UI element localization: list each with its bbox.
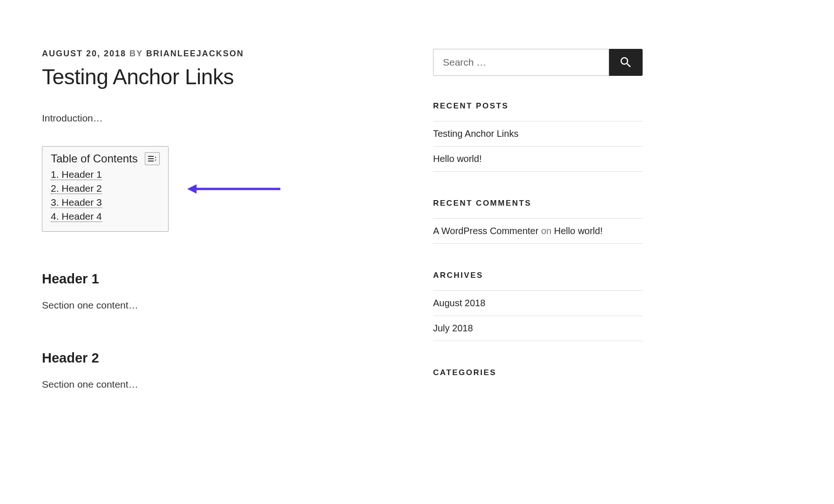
- post-meta: AUGUST 20, 2018 BY BRIANLEEJACKSON: [42, 49, 391, 59]
- post-author[interactable]: BRIANLEEJACKSON: [146, 49, 244, 58]
- list-item: August 2018: [433, 290, 643, 316]
- categories-title: CATEGORIES: [433, 368, 643, 377]
- section-content-1: Section one content…: [42, 300, 391, 311]
- comment-author-link[interactable]: A WordPress Commenter: [433, 226, 538, 236]
- svg-rect-2: [148, 161, 154, 161]
- comment-post-link[interactable]: Hello world!: [554, 226, 603, 236]
- search-icon: [619, 55, 633, 69]
- page-title: Testing Anchor Links: [42, 64, 391, 89]
- recent-post-link[interactable]: Testing Anchor Links: [433, 128, 518, 139]
- toc-item: 4. Header 4: [51, 211, 160, 222]
- intro-text: Introduction…: [42, 113, 391, 124]
- svg-marker-4: [155, 160, 156, 161]
- search-form: [433, 49, 643, 76]
- search-button[interactable]: [609, 49, 643, 76]
- archives-widget: ARCHIVES August 2018 July 2018: [433, 271, 643, 341]
- recent-posts-title: RECENT POSTS: [433, 101, 643, 111]
- by-label: BY: [129, 49, 143, 58]
- svg-rect-0: [148, 156, 154, 157]
- toc-wrapper: Table of Contents 1. Header 1: [42, 146, 391, 232]
- list-item: July 2018: [433, 316, 643, 341]
- arrow-left-icon: [187, 182, 280, 196]
- section-content-2: Section one content…: [42, 379, 391, 390]
- svg-marker-6: [187, 184, 197, 194]
- recent-comments-list: A WordPress Commenter on Hello world!: [433, 218, 643, 244]
- comment-on-label: on: [541, 226, 554, 236]
- svg-rect-1: [148, 158, 154, 159]
- list-item: Hello world!: [433, 146, 643, 172]
- recent-comments-widget: RECENT COMMENTS A WordPress Commenter on…: [433, 199, 643, 244]
- toc-link-3[interactable]: 3. Header 3: [51, 197, 102, 208]
- table-of-contents: Table of Contents 1. Header 1: [42, 146, 169, 232]
- recent-post-link[interactable]: Hello world!: [433, 154, 481, 164]
- toc-title: Table of Contents: [51, 152, 138, 165]
- toc-header: Table of Contents: [51, 152, 160, 165]
- archive-link[interactable]: July 2018: [433, 323, 473, 333]
- recent-posts-list: Testing Anchor Links Hello world!: [433, 121, 643, 172]
- categories-widget: CATEGORIES: [433, 368, 643, 377]
- toc-link-1[interactable]: 1. Header 1: [51, 169, 102, 180]
- list-toggle-icon: [148, 155, 156, 162]
- toc-item: 3. Header 3: [51, 197, 160, 208]
- search-input[interactable]: [433, 49, 609, 76]
- recent-comments-title: RECENT COMMENTS: [433, 199, 643, 208]
- main-content: AUGUST 20, 2018 BY BRIANLEEJACKSON Testi…: [42, 49, 391, 430]
- post-date: AUGUST 20, 2018: [42, 49, 126, 58]
- toc-link-2[interactable]: 2. Header 2: [51, 183, 102, 194]
- list-item: A WordPress Commenter on Hello world!: [433, 218, 643, 244]
- toc-item: 2. Header 2: [51, 183, 160, 194]
- toc-list: 1. Header 1 2. Header 2 3. Header 3 4. H…: [51, 169, 160, 222]
- list-item: Testing Anchor Links: [433, 121, 643, 146]
- toc-toggle-button[interactable]: [145, 152, 160, 165]
- section-heading-1: Header 1: [42, 271, 391, 287]
- archives-list: August 2018 July 2018: [433, 290, 643, 341]
- toc-item: 1. Header 1: [51, 169, 160, 180]
- sidebar: RECENT POSTS Testing Anchor Links Hello …: [433, 49, 643, 430]
- annotation-arrow: [187, 182, 280, 196]
- section-heading-2: Header 2: [42, 350, 391, 366]
- archive-link[interactable]: August 2018: [433, 298, 485, 308]
- toc-link-4[interactable]: 4. Header 4: [51, 211, 102, 222]
- svg-marker-3: [155, 156, 156, 158]
- recent-posts-widget: RECENT POSTS Testing Anchor Links Hello …: [433, 101, 643, 172]
- archives-title: ARCHIVES: [433, 271, 643, 280]
